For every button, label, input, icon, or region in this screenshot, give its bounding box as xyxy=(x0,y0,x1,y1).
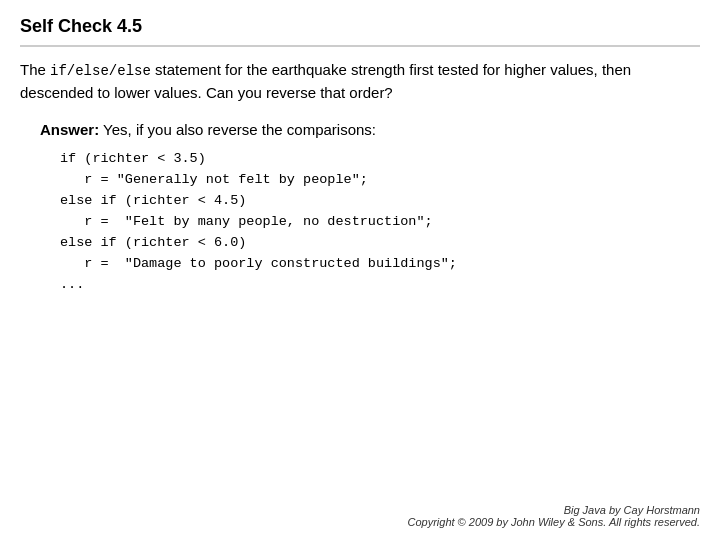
code-line-2: r = "Generally not felt by people"; xyxy=(60,172,368,187)
code-line-5: else if (richter < 6.0) xyxy=(60,235,246,250)
footer-line2: Copyright © 2009 by John Wiley & Sons. A… xyxy=(20,516,700,528)
footer: Big Java by Cay Horstmann Copyright © 20… xyxy=(20,496,700,528)
answer-section: Answer: Yes, if you also reverse the com… xyxy=(20,119,700,296)
code-line-1: if (richter < 3.5) xyxy=(60,151,206,166)
answer-label-line: Answer: Yes, if you also reverse the com… xyxy=(40,119,700,142)
code-line-7: ... xyxy=(60,277,84,292)
description-text: The if/else/else statement for the earth… xyxy=(20,59,700,105)
description-prefix: The xyxy=(20,61,50,78)
code-line-3: else if (richter < 4.5) xyxy=(60,193,246,208)
code-block: if (richter < 3.5) r = "Generally not fe… xyxy=(40,149,700,295)
title-section: Self Check 4.5 xyxy=(20,16,700,47)
code-line-6: r = "Damage to poorly constructed buildi… xyxy=(60,256,457,271)
page-title: Self Check 4.5 xyxy=(20,16,142,36)
answer-bold-label: Answer: xyxy=(40,121,99,138)
code-inline: if/else/else xyxy=(50,63,151,79)
answer-text: Yes, if you also reverse the comparisons… xyxy=(99,121,376,138)
footer-line1: Big Java by Cay Horstmann xyxy=(20,504,700,516)
code-line-4: r = "Felt by many people, no destruction… xyxy=(60,214,433,229)
page-container: Self Check 4.5 The if/else/else statemen… xyxy=(0,0,720,540)
